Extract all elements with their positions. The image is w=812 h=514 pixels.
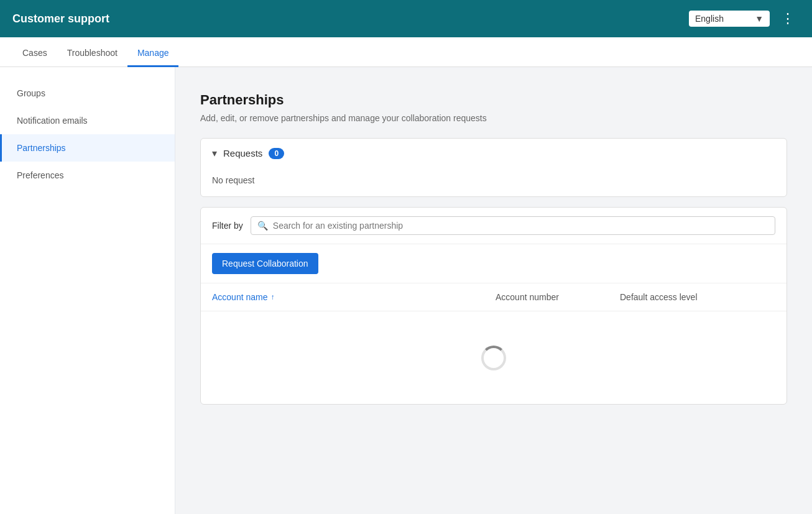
top-bar: Customer support English ▼ ⋮ [0, 0, 812, 37]
tab-cases[interactable]: Cases [12, 40, 57, 67]
search-wrap: 🔍 [251, 216, 775, 235]
chevron-down-icon: ▼ [755, 14, 764, 24]
partnerships-table-section: Filter by 🔍 Request Collaboration Accoun… [200, 207, 787, 405]
search-icon: 🔍 [257, 221, 268, 231]
language-label: English [695, 14, 724, 24]
requests-count-badge: 0 [269, 148, 284, 159]
main-content: Partnerships Add, edit, or remove partne… [175, 67, 812, 514]
col-header-account-name[interactable]: Account name ↑ [212, 292, 496, 302]
col-header-account-number[interactable]: Account number [496, 292, 620, 302]
top-bar-right: English ▼ ⋮ [689, 8, 800, 29]
table-header: Account name ↑ Account number Default ac… [201, 283, 787, 311]
no-request-text: No request [201, 168, 787, 196]
filter-bar: Filter by 🔍 [201, 208, 787, 244]
request-collaboration-button[interactable]: Request Collaboration [212, 253, 318, 274]
app-title: Customer support [12, 12, 109, 25]
sidebar-item-notification-emails[interactable]: Notification emails [0, 107, 175, 134]
page-title: Partnerships [200, 92, 787, 108]
sidebar-item-partnerships[interactable]: Partnerships [0, 134, 175, 162]
secondary-nav: Cases Troubleshoot Manage [0, 37, 812, 67]
sidebar-item-preferences[interactable]: Preferences [0, 162, 175, 189]
sidebar-item-groups[interactable]: Groups [0, 80, 175, 107]
col-header-default-access-level[interactable]: Default access level [620, 292, 775, 302]
requests-label: Requests [223, 148, 262, 158]
more-options-icon[interactable]: ⋮ [776, 8, 800, 29]
language-selector[interactable]: English ▼ [689, 11, 770, 27]
requests-header[interactable]: ▾ Requests 0 [201, 139, 787, 168]
page-layout: Groups Notification emails Partnerships … [0, 67, 812, 514]
tab-troubleshoot[interactable]: Troubleshoot [57, 40, 127, 67]
sidebar: Groups Notification emails Partnerships … [0, 67, 175, 514]
table-body [201, 311, 787, 404]
chevron-down-icon: ▾ [212, 147, 217, 159]
account-name-label: Account name [212, 292, 268, 302]
filter-label: Filter by [212, 221, 243, 231]
page-subtitle: Add, edit, or remove partnerships and ma… [200, 113, 787, 123]
requests-section: ▾ Requests 0 No request [200, 138, 787, 197]
search-input[interactable] [273, 221, 768, 231]
tab-manage[interactable]: Manage [127, 40, 179, 67]
loading-spinner [481, 346, 506, 370]
sort-asc-icon: ↑ [271, 293, 275, 301]
